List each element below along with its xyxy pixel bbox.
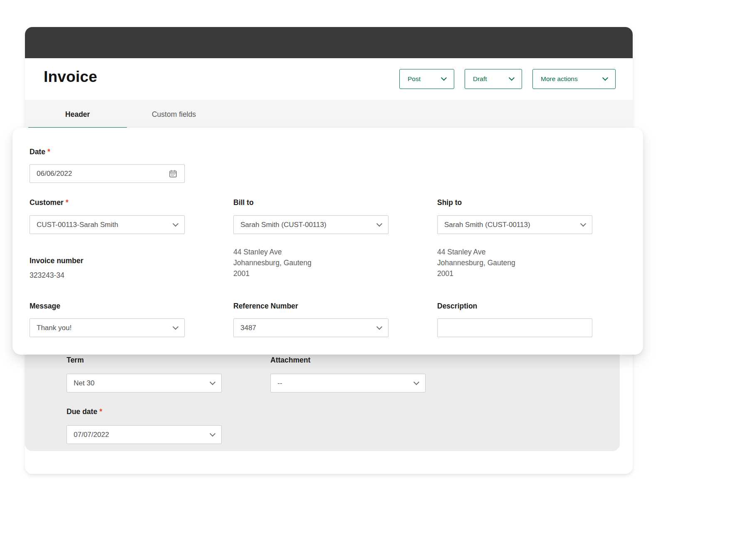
bill-to-address-line: 44 Stanley Ave [233, 247, 312, 257]
tab-custom-fields-label: Custom fields [152, 110, 196, 119]
bill-to-label: Bill to [233, 198, 254, 207]
customer-value: CUST-00113-Sarah Smith [37, 221, 118, 229]
chevron-down-icon [376, 221, 382, 227]
date-value: 06/06/2022 [37, 170, 72, 178]
date-label: Date* [30, 148, 50, 156]
post-button[interactable]: Post [399, 69, 454, 89]
required-asterisk: * [47, 148, 50, 156]
header-form-card: Date* 06/06/2022 Customer* Bill to [12, 128, 643, 355]
attachment-value: -- [277, 379, 282, 387]
bill-to-address-line: 2001 [233, 268, 312, 279]
due-date-label: Due date* [67, 407, 102, 416]
chevron-down-icon [441, 75, 447, 81]
window-header: Invoice Post Draft More actions [25, 58, 633, 100]
required-asterisk: * [99, 407, 102, 416]
attachment-label: Attachment [270, 356, 310, 365]
reference-number-label: Reference Number [233, 302, 298, 311]
attachment-select[interactable]: -- [270, 374, 426, 392]
chevron-down-icon [602, 75, 608, 81]
ship-to-label: Ship to [437, 198, 462, 207]
message-label: Message [30, 302, 60, 311]
more-actions-button[interactable]: More actions [532, 69, 616, 89]
calendar-icon[interactable] [168, 169, 178, 178]
page-title: Invoice [44, 68, 97, 86]
term-select[interactable]: Net 30 [67, 374, 222, 392]
bill-to-address: 44 Stanley Ave Johannesburg, Gauteng 200… [233, 247, 312, 279]
customer-label: Customer* [30, 198, 69, 207]
chevron-down-icon [173, 324, 178, 330]
action-buttons: Post Draft More actions [399, 69, 616, 89]
description-label: Description [437, 302, 477, 311]
bill-to-select[interactable]: Sarah Smith (CUST-00113) [233, 215, 389, 234]
message-select[interactable]: Thank you! [30, 318, 185, 337]
chevron-down-icon [173, 221, 178, 227]
chevron-down-icon [509, 75, 515, 81]
reference-number-select[interactable]: 3487 [233, 318, 389, 337]
description-input[interactable] [437, 318, 592, 337]
tab-header[interactable]: Header [28, 100, 127, 129]
customer-select[interactable]: CUST-00113-Sarah Smith [30, 215, 185, 234]
invoice-number-value: 323243-34 [30, 271, 64, 280]
date-input[interactable]: 06/06/2022 [30, 164, 185, 183]
ship-to-value: Sarah Smith (CUST-00113) [444, 221, 530, 229]
due-date-select[interactable]: 07/07/2022 [67, 425, 222, 444]
chevron-down-icon [413, 379, 419, 385]
more-actions-button-label: More actions [541, 75, 578, 83]
page: Invoice Post Draft More actions Header [0, 0, 745, 560]
ship-to-address-line: 44 Stanley Ave [437, 247, 515, 257]
term-label: Term [67, 356, 84, 365]
post-button-label: Post [408, 75, 421, 83]
tab-header-label: Header [65, 110, 90, 119]
due-date-value: 07/07/2022 [74, 431, 109, 439]
reference-number-value: 3487 [240, 324, 256, 332]
draft-button-label: Draft [473, 75, 487, 83]
chevron-down-icon [580, 221, 586, 227]
tab-custom-fields[interactable]: Custom fields [132, 100, 215, 129]
bill-to-value: Sarah Smith (CUST-00113) [240, 221, 327, 229]
tab-bar: Header Custom fields [25, 100, 633, 129]
chevron-down-icon [210, 431, 215, 437]
ship-to-address-line: Johannesburg, Gauteng [437, 257, 515, 268]
term-value: Net 30 [74, 379, 94, 387]
bill-to-address-line: Johannesburg, Gauteng [233, 257, 312, 268]
draft-button[interactable]: Draft [465, 69, 522, 89]
ship-to-select[interactable]: Sarah Smith (CUST-00113) [437, 215, 592, 234]
invoice-number-label: Invoice number [30, 257, 83, 265]
window-titlebar [25, 27, 633, 58]
ship-to-address-line: 2001 [437, 268, 515, 279]
chevron-down-icon [376, 324, 382, 330]
required-asterisk: * [66, 198, 69, 207]
ship-to-address: 44 Stanley Ave Johannesburg, Gauteng 200… [437, 247, 515, 279]
chevron-down-icon [210, 379, 215, 385]
message-value: Thank you! [37, 324, 72, 332]
